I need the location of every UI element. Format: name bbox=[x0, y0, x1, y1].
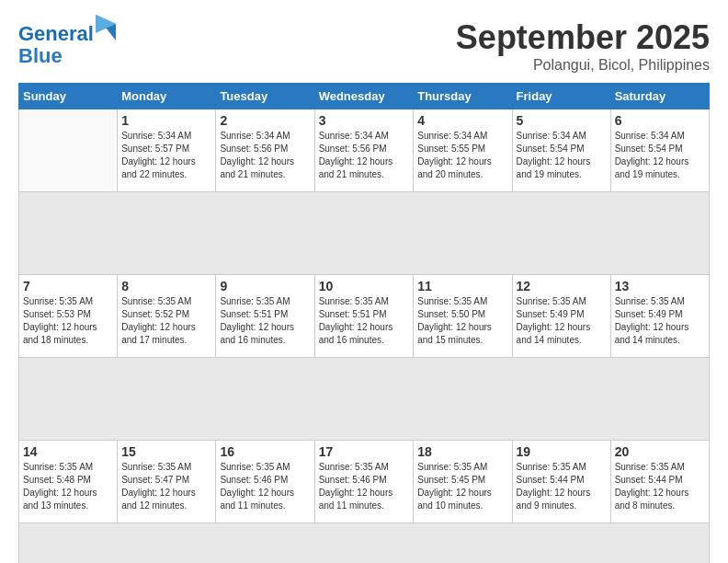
day-number: 2 bbox=[220, 113, 310, 128]
logo: General Blue bbox=[18, 18, 116, 67]
day-info: Sunrise: 5:35 AM Sunset: 5:46 PM Dayligh… bbox=[319, 461, 410, 512]
header-day: Friday bbox=[512, 84, 610, 109]
row-separator bbox=[19, 192, 710, 275]
subtitle: Polangui, Bicol, Philippines bbox=[456, 57, 710, 74]
day-info: Sunrise: 5:35 AM Sunset: 5:49 PM Dayligh… bbox=[517, 295, 607, 347]
calendar-header: SundayMondayTuesdayWednesdayThursdayFrid… bbox=[19, 84, 710, 109]
day-number: 1 bbox=[121, 113, 211, 128]
day-number: 15 bbox=[121, 444, 211, 459]
calendar-cell bbox=[19, 109, 118, 192]
calendar-cell: 11Sunrise: 5:35 AM Sunset: 5:50 PM Dayli… bbox=[414, 275, 512, 358]
page-header: General Blue September 2025 Polangui, Bi… bbox=[18, 18, 710, 74]
logo-blue: Blue bbox=[18, 44, 63, 67]
header-day: Tuesday bbox=[216, 84, 314, 109]
calendar-cell: 12Sunrise: 5:35 AM Sunset: 5:49 PM Dayli… bbox=[512, 275, 610, 358]
day-info: Sunrise: 5:35 AM Sunset: 5:53 PM Dayligh… bbox=[23, 295, 113, 347]
day-info: Sunrise: 5:35 AM Sunset: 5:49 PM Dayligh… bbox=[615, 295, 705, 347]
day-number: 12 bbox=[517, 279, 607, 293]
day-number: 14 bbox=[23, 444, 113, 459]
day-info: Sunrise: 5:34 AM Sunset: 5:56 PM Dayligh… bbox=[220, 130, 310, 181]
calendar-cell: 7Sunrise: 5:35 AM Sunset: 5:53 PM Daylig… bbox=[19, 275, 118, 358]
day-info: Sunrise: 5:34 AM Sunset: 5:55 PM Dayligh… bbox=[417, 130, 507, 181]
day-number: 13 bbox=[615, 279, 705, 293]
day-info: Sunrise: 5:34 AM Sunset: 5:54 PM Dayligh… bbox=[517, 130, 607, 181]
week-row: 1Sunrise: 5:34 AM Sunset: 5:57 PM Daylig… bbox=[19, 109, 710, 192]
day-number: 6 bbox=[615, 113, 705, 128]
week-row: 7Sunrise: 5:35 AM Sunset: 5:53 PM Daylig… bbox=[19, 275, 710, 358]
header-day: Saturday bbox=[610, 84, 709, 109]
calendar-cell: 20Sunrise: 5:35 AM Sunset: 5:44 PM Dayli… bbox=[610, 441, 709, 523]
day-info: Sunrise: 5:35 AM Sunset: 5:50 PM Dayligh… bbox=[417, 295, 507, 347]
calendar-cell: 8Sunrise: 5:35 AM Sunset: 5:52 PM Daylig… bbox=[118, 275, 216, 358]
day-number: 20 bbox=[615, 444, 705, 459]
row-separator bbox=[19, 358, 710, 441]
day-info: Sunrise: 5:35 AM Sunset: 5:51 PM Dayligh… bbox=[319, 295, 410, 347]
header-day: Wednesday bbox=[314, 84, 414, 109]
day-number: 10 bbox=[319, 279, 410, 293]
day-info: Sunrise: 5:35 AM Sunset: 5:44 PM Dayligh… bbox=[517, 461, 607, 512]
day-info: Sunrise: 5:35 AM Sunset: 5:45 PM Dayligh… bbox=[417, 461, 507, 512]
day-number: 19 bbox=[517, 444, 607, 459]
row-separator bbox=[19, 523, 710, 564]
header-day: Sunday bbox=[19, 84, 118, 109]
logo-icon bbox=[96, 15, 116, 40]
calendar-cell: 9Sunrise: 5:35 AM Sunset: 5:51 PM Daylig… bbox=[216, 275, 314, 358]
day-number: 17 bbox=[319, 444, 410, 459]
day-info: Sunrise: 5:35 AM Sunset: 5:44 PM Dayligh… bbox=[615, 461, 705, 512]
calendar-cell: 18Sunrise: 5:35 AM Sunset: 5:45 PM Dayli… bbox=[414, 441, 512, 523]
calendar: SundayMondayTuesdayWednesdayThursdayFrid… bbox=[18, 83, 710, 563]
calendar-cell: 6Sunrise: 5:34 AM Sunset: 5:54 PM Daylig… bbox=[610, 109, 709, 192]
calendar-cell: 3Sunrise: 5:34 AM Sunset: 5:56 PM Daylig… bbox=[314, 109, 414, 192]
day-info: Sunrise: 5:34 AM Sunset: 5:56 PM Dayligh… bbox=[319, 130, 410, 181]
day-info: Sunrise: 5:34 AM Sunset: 5:57 PM Dayligh… bbox=[121, 130, 211, 181]
calendar-cell: 5Sunrise: 5:34 AM Sunset: 5:54 PM Daylig… bbox=[512, 109, 610, 192]
day-info: Sunrise: 5:35 AM Sunset: 5:48 PM Dayligh… bbox=[23, 461, 113, 512]
calendar-cell: 13Sunrise: 5:35 AM Sunset: 5:49 PM Dayli… bbox=[610, 275, 709, 358]
calendar-cell: 17Sunrise: 5:35 AM Sunset: 5:46 PM Dayli… bbox=[314, 441, 414, 523]
month-title: September 2025 bbox=[456, 18, 710, 57]
header-row: SundayMondayTuesdayWednesdayThursdayFrid… bbox=[19, 84, 710, 109]
day-number: 18 bbox=[417, 444, 507, 459]
calendar-body: 1Sunrise: 5:34 AM Sunset: 5:57 PM Daylig… bbox=[19, 109, 710, 564]
day-number: 11 bbox=[417, 279, 507, 293]
day-number: 9 bbox=[220, 279, 310, 293]
calendar-cell: 16Sunrise: 5:35 AM Sunset: 5:46 PM Dayli… bbox=[216, 441, 314, 523]
logo-general: General bbox=[18, 22, 94, 45]
calendar-cell: 14Sunrise: 5:35 AM Sunset: 5:48 PM Dayli… bbox=[19, 441, 118, 523]
calendar-cell: 19Sunrise: 5:35 AM Sunset: 5:44 PM Dayli… bbox=[512, 441, 610, 523]
day-number: 4 bbox=[417, 113, 507, 128]
day-number: 5 bbox=[517, 113, 607, 128]
header-day: Thursday bbox=[414, 84, 512, 109]
calendar-cell: 15Sunrise: 5:35 AM Sunset: 5:47 PM Dayli… bbox=[118, 441, 216, 523]
calendar-cell: 4Sunrise: 5:34 AM Sunset: 5:55 PM Daylig… bbox=[414, 109, 512, 192]
day-info: Sunrise: 5:35 AM Sunset: 5:46 PM Dayligh… bbox=[220, 461, 310, 512]
day-info: Sunrise: 5:35 AM Sunset: 5:47 PM Dayligh… bbox=[121, 461, 211, 512]
logo-text: General Blue bbox=[18, 18, 116, 67]
calendar-cell: 10Sunrise: 5:35 AM Sunset: 5:51 PM Dayli… bbox=[314, 275, 414, 358]
day-info: Sunrise: 5:35 AM Sunset: 5:52 PM Dayligh… bbox=[121, 295, 211, 347]
day-number: 7 bbox=[23, 279, 113, 293]
day-info: Sunrise: 5:35 AM Sunset: 5:51 PM Dayligh… bbox=[220, 295, 310, 347]
header-day: Monday bbox=[118, 84, 216, 109]
week-row: 14Sunrise: 5:35 AM Sunset: 5:48 PM Dayli… bbox=[19, 441, 710, 523]
day-info: Sunrise: 5:34 AM Sunset: 5:54 PM Dayligh… bbox=[615, 130, 705, 181]
day-number: 3 bbox=[319, 113, 410, 128]
title-block: September 2025 Polangui, Bicol, Philippi… bbox=[456, 18, 710, 74]
day-number: 16 bbox=[220, 444, 310, 459]
day-number: 8 bbox=[121, 279, 211, 293]
calendar-cell: 2Sunrise: 5:34 AM Sunset: 5:56 PM Daylig… bbox=[216, 109, 314, 192]
calendar-cell: 1Sunrise: 5:34 AM Sunset: 5:57 PM Daylig… bbox=[118, 109, 216, 192]
